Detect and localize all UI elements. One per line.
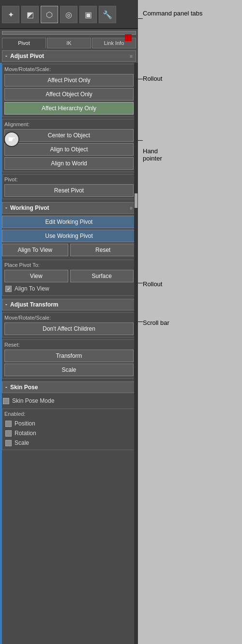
rotation-checkbox[interactable]: [5, 430, 12, 437]
use-working-pivot-btn[interactable]: Use Working Pivot: [2, 230, 136, 242]
annotation-command-panel-tabs: Command panel tabs: [143, 10, 203, 17]
position-checkbox-row[interactable]: Position: [4, 419, 134, 428]
annotation-line-rollout1: [138, 79, 143, 79]
adjust-transform-mrs-section: Move/Rotate/Scale: Don't Affect Children: [2, 312, 136, 337]
scale-label: Scale: [15, 439, 29, 446]
annotation-rollout1: Rollout: [143, 75, 162, 82]
adjust-transform-label: Adjust Transform: [10, 301, 58, 308]
working-pivot-lines-icon: ≡: [130, 205, 133, 211]
affect-hierarchy-only-btn[interactable]: Affect Hierarchy Only: [4, 102, 134, 115]
rotation-label: Rotation: [15, 430, 36, 437]
annotation-line-scroll: [138, 322, 143, 322]
adjust-transform-mrs-label: Move/Rotate/Scale:: [4, 315, 134, 321]
align-to-world-btn[interactable]: Align to World: [4, 157, 134, 170]
position-checkbox[interactable]: [5, 421, 12, 427]
align-reset-row: Align To View Reset: [2, 244, 136, 256]
skin-pose-collapse-icon: -: [5, 384, 7, 391]
rollout-lines-icon: ≡: [130, 54, 133, 59]
search-input[interactable]: [2, 31, 136, 35]
scroll-thumb[interactable]: [135, 193, 137, 208]
view-btn[interactable]: View: [4, 270, 68, 282]
annotation-line-cmd-tabs: [138, 18, 143, 19]
adjust-transform-reset-label: Reset:: [4, 342, 134, 348]
place-pivot-label: Place Pivot To:: [4, 262, 134, 268]
align-to-view-checkbox[interactable]: ✓: [5, 286, 12, 292]
skin-pose-content: Skin Pose Mode: [0, 394, 138, 408]
affect-pivot-only-btn[interactable]: Affect Pivot Only: [4, 74, 134, 87]
adjust-transform-reset-section: Reset: Transform Scale: [2, 339, 136, 379]
move-rotate-scale-label: Move/Rotate/Scale:: [4, 66, 134, 72]
working-pivot-collapse-icon: -: [5, 205, 7, 211]
skin-pose-mode-row[interactable]: Skin Pose Mode: [2, 396, 136, 406]
pivot-section: Pivot: Reset Pivot: [2, 174, 136, 199]
dont-affect-children-btn[interactable]: Don't Affect Children: [4, 322, 134, 335]
tab-icon-hierarchy[interactable]: ⬡: [41, 6, 58, 23]
scale-checkbox[interactable]: [5, 440, 12, 446]
annotation-rollout2: Rollout: [143, 280, 162, 288]
align-to-object-btn[interactable]: Align to Object: [4, 143, 134, 156]
scroll-bar[interactable]: [134, 63, 138, 644]
skin-pose-mode-label: Skin Pose Mode: [12, 397, 54, 404]
tab-icon-create[interactable]: ✦: [2, 6, 19, 23]
align-to-view-checkbox-row[interactable]: ✓ Align To View: [4, 284, 134, 293]
working-pivot-label: Working Pivot: [10, 205, 49, 211]
left-accent: [0, 63, 2, 644]
tab-ik[interactable]: IK: [47, 38, 91, 48]
skin-pose-label: Skin Pose: [10, 384, 38, 391]
reset-btn[interactable]: Reset: [70, 244, 136, 256]
tab-icon-display[interactable]: ▣: [79, 6, 97, 23]
annotation-hand-pointer: Hand pointer: [143, 140, 162, 162]
rollout-adjust-transform[interactable]: - Adjust Transform: [2, 299, 136, 310]
rollout-working-pivot[interactable]: - Working Pivot ≡: [2, 202, 136, 214]
skin-pose-mode-checkbox[interactable]: [3, 398, 9, 404]
center-to-object-btn[interactable]: Center to Object: [4, 129, 134, 142]
transform-btn[interactable]: Transform: [4, 350, 134, 362]
hand-pointer-icon: ☛: [4, 132, 19, 147]
surface-btn[interactable]: Surface: [70, 270, 134, 282]
rollout-adjust-pivot-label: Adjust Pivot: [10, 53, 44, 59]
skin-enabled-section: Enabled: Position Rotation Scale: [2, 409, 136, 450]
sub-tabs-container: Pivot IK Link Info: [0, 36, 138, 48]
annotations-panel: Command panel tabs Rollout Hand pointer …: [138, 0, 242, 644]
rollout-skin-pose[interactable]: - Skin Pose: [2, 381, 136, 393]
working-pivot-content: Edit Working Pivot Use Working Pivot Ali…: [0, 215, 138, 259]
rotation-checkbox-row[interactable]: Rotation: [4, 428, 134, 438]
command-panel-tabs[interactable]: ✦ ◩ ⬡ ◎ ▣ 🔧: [0, 0, 138, 29]
annotation-line-hand: [138, 140, 143, 141]
align-to-view-checkbox-label: Align To View: [15, 285, 49, 292]
annotation-line-rollout2: [138, 283, 143, 283]
rollout-adjust-pivot[interactable]: - Adjust Pivot ≡: [2, 50, 136, 62]
reset-pivot-btn[interactable]: Reset Pivot: [4, 184, 134, 197]
tab-icon-modify[interactable]: ◩: [21, 6, 39, 23]
position-label: Position: [15, 420, 35, 427]
adjust-transform-collapse-icon: -: [5, 301, 7, 308]
move-rotate-scale-section: Move/Rotate/Scale: Affect Pivot Only Aff…: [2, 64, 136, 117]
annotation-scroll-bar: Scroll bar: [143, 319, 169, 326]
tab-icon-utilities[interactable]: 🔧: [99, 6, 116, 23]
scale-checkbox-row[interactable]: Scale: [4, 438, 134, 448]
edit-working-pivot-btn[interactable]: Edit Working Pivot: [2, 216, 136, 228]
scale-btn[interactable]: Scale: [4, 364, 134, 376]
alignment-section: Alignment: Center to Object Align to Obj…: [2, 119, 136, 172]
affect-object-only-btn[interactable]: Affect Object Only: [4, 88, 134, 101]
view-surface-row: View Surface: [4, 270, 134, 282]
pivot-label: Pivot:: [4, 176, 134, 182]
search-red-indicator: [125, 34, 132, 41]
search-bar-container: [0, 29, 138, 36]
tab-pivot[interactable]: Pivot: [2, 38, 46, 48]
tab-icon-motion[interactable]: ◎: [60, 6, 77, 23]
skin-enabled-label: Enabled:: [4, 411, 134, 417]
place-pivot-section: Place Pivot To: View Surface ✓ Align To …: [2, 260, 136, 296]
alignment-label: Alignment:: [4, 121, 134, 127]
align-to-view-btn[interactable]: Align To View: [2, 244, 68, 256]
rollout-collapse-icon: -: [5, 53, 7, 59]
